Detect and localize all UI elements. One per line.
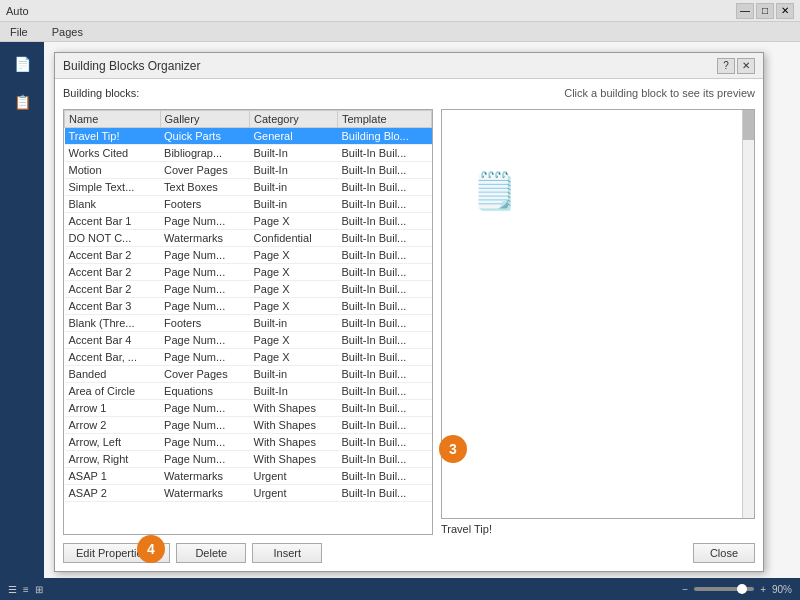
col-gallery: Gallery xyxy=(160,111,249,128)
table-row[interactable]: Accent Bar 2Page Num...Page XBuilt-In Bu… xyxy=(65,247,432,264)
cell-template: Built-In Buil... xyxy=(337,179,431,196)
cell-name: Accent Bar 2 xyxy=(65,264,161,281)
close-app-button[interactable]: ✕ xyxy=(776,3,794,19)
cell-template: Built-In Buil... xyxy=(337,366,431,383)
cell-name: Arrow, Left xyxy=(65,434,161,451)
sidebar-item-file[interactable]: 📄 xyxy=(2,46,42,82)
table-row[interactable]: Travel Tip!Quick PartsGeneralBuilding Bl… xyxy=(65,128,432,145)
cell-name: Accent Bar, ... xyxy=(65,349,161,366)
delete-button[interactable]: Delete xyxy=(176,543,246,563)
minimize-button[interactable]: — xyxy=(736,3,754,19)
cell-gallery: Page Num... xyxy=(160,247,249,264)
table-row[interactable]: Accent Bar 2Page Num...Page XBuilt-In Bu… xyxy=(65,264,432,281)
table-scroll[interactable]: Name Gallery Category Template Travel Ti… xyxy=(64,110,432,534)
close-button[interactable]: Close xyxy=(693,543,755,563)
sidebar-item-pages[interactable]: 📋 xyxy=(2,84,42,120)
cell-category: Built-In xyxy=(250,145,338,162)
table-row[interactable]: Blank (Thre...FootersBuilt-inBuilt-In Bu… xyxy=(65,315,432,332)
cell-category: Page X xyxy=(250,349,338,366)
cell-gallery: Page Num... xyxy=(160,264,249,281)
ribbon-tab-file[interactable]: File xyxy=(4,24,34,40)
preview-scroll-thumb xyxy=(743,110,754,140)
cell-gallery: Page Num... xyxy=(160,298,249,315)
zoom-plus[interactable]: + xyxy=(760,584,766,595)
cell-name: Blank (Thre... xyxy=(65,315,161,332)
cell-category: Built-in xyxy=(250,196,338,213)
status-icon-1: ☰ xyxy=(8,584,17,595)
statusbar: ☰ ≡ ⊞ − + 90% xyxy=(0,578,800,600)
table-row[interactable]: Accent Bar 2Page Num...Page XBuilt-In Bu… xyxy=(65,281,432,298)
table-row[interactable]: Area of CircleEquationsBuilt-InBuilt-In … xyxy=(65,383,432,400)
table-row[interactable]: ASAP 1WatermarksUrgentBuilt-In Buil... xyxy=(65,468,432,485)
col-template: Template xyxy=(337,111,431,128)
table-row[interactable]: Accent Bar 4Page Num...Page XBuilt-In Bu… xyxy=(65,332,432,349)
cell-gallery: Footers xyxy=(160,315,249,332)
insert-button[interactable]: Insert xyxy=(252,543,322,563)
building-blocks-label: Building blocks: xyxy=(63,87,139,99)
cell-name: Arrow, Right xyxy=(65,451,161,468)
dialog-close-button[interactable]: ✕ xyxy=(737,58,755,74)
cell-category: Page X xyxy=(250,247,338,264)
step-badge-3: 3 xyxy=(439,435,467,463)
ribbon: File Pages xyxy=(0,22,800,42)
cell-template: Built-In Buil... xyxy=(337,213,431,230)
table-row[interactable]: Accent Bar 1Page Num...Page XBuilt-In Bu… xyxy=(65,213,432,230)
table-row[interactable]: Works CitedBibliograp...Built-InBuilt-In… xyxy=(65,145,432,162)
cell-name: Simple Text... xyxy=(65,179,161,196)
app-controls: — □ ✕ xyxy=(736,3,794,19)
cell-gallery: Page Num... xyxy=(160,349,249,366)
cell-template: Built-In Buil... xyxy=(337,247,431,264)
cell-template: Built-In Buil... xyxy=(337,451,431,468)
cell-gallery: Footers xyxy=(160,196,249,213)
table-row[interactable]: BandedCover PagesBuilt-inBuilt-In Buil..… xyxy=(65,366,432,383)
cell-name: Blank xyxy=(65,196,161,213)
cell-category: Urgent xyxy=(250,468,338,485)
bottom-buttons: Edit Properties... Delete Insert xyxy=(63,541,322,563)
dialog-help-button[interactable]: ? xyxy=(717,58,735,74)
table-row[interactable]: MotionCover PagesBuilt-InBuilt-In Buil..… xyxy=(65,162,432,179)
cell-gallery: Watermarks xyxy=(160,468,249,485)
cell-name: Accent Bar 1 xyxy=(65,213,161,230)
cell-name: Motion xyxy=(65,162,161,179)
cell-category: Built-in xyxy=(250,179,338,196)
cell-name: Banded xyxy=(65,366,161,383)
cell-gallery: Cover Pages xyxy=(160,366,249,383)
maximize-button[interactable]: □ xyxy=(756,3,774,19)
app-window: Auto — □ ✕ File Pages 📄 📋 ↗ 🔤 ⌄ ▲ ▼ Buil… xyxy=(0,0,800,600)
table-row[interactable]: Arrow 1Page Num...With ShapesBuilt-In Bu… xyxy=(65,400,432,417)
preview-scrollbar[interactable] xyxy=(742,110,754,518)
dialog-content: Building blocks: Click a building block … xyxy=(55,79,763,571)
cell-gallery: Page Num... xyxy=(160,451,249,468)
zoom-minus[interactable]: − xyxy=(682,584,688,595)
table-row[interactable]: ASAP 2WatermarksUrgentBuilt-In Buil... xyxy=(65,485,432,502)
cell-category: General xyxy=(250,128,338,145)
table-row[interactable]: BlankFootersBuilt-inBuilt-In Buil... xyxy=(65,196,432,213)
table-row[interactable]: Arrow, LeftPage Num...With ShapesBuilt-I… xyxy=(65,434,432,451)
cell-template: Built-In Buil... xyxy=(337,264,431,281)
preview-area: 🗒️ xyxy=(441,109,755,519)
left-panel: Name Gallery Category Template Travel Ti… xyxy=(63,109,433,535)
table-row[interactable]: Simple Text...Text BoxesBuilt-inBuilt-In… xyxy=(65,179,432,196)
cell-category: Built-In xyxy=(250,162,338,179)
cell-name: Arrow 1 xyxy=(65,400,161,417)
dialog-title: Building Blocks Organizer xyxy=(63,59,717,73)
cell-name: Accent Bar 3 xyxy=(65,298,161,315)
table-row[interactable]: Accent Bar, ...Page Num...Page XBuilt-In… xyxy=(65,349,432,366)
ribbon-tab-pages[interactable]: Pages xyxy=(46,24,89,40)
table-row[interactable]: Accent Bar 3Page Num...Page XBuilt-In Bu… xyxy=(65,298,432,315)
table-row[interactable]: Arrow, RightPage Num...With ShapesBuilt-… xyxy=(65,451,432,468)
table-row[interactable]: DO NOT C...WatermarksConfidentialBuilt-I… xyxy=(65,230,432,247)
cell-template: Built-In Buil... xyxy=(337,349,431,366)
cell-category: With Shapes xyxy=(250,434,338,451)
cell-gallery: Page Num... xyxy=(160,434,249,451)
cell-gallery: Text Boxes xyxy=(160,179,249,196)
pages-icon: 📋 xyxy=(14,94,31,110)
table-row[interactable]: Arrow 2Page Num...With ShapesBuilt-In Bu… xyxy=(65,417,432,434)
dialog-title-controls: ? ✕ xyxy=(717,58,755,74)
cell-template: Built-In Buil... xyxy=(337,400,431,417)
cell-template: Built-In Buil... xyxy=(337,230,431,247)
zoom-slider[interactable] xyxy=(694,587,754,591)
cell-category: Built-in xyxy=(250,366,338,383)
cell-gallery: Cover Pages xyxy=(160,162,249,179)
cell-template: Building Blo... xyxy=(337,128,431,145)
